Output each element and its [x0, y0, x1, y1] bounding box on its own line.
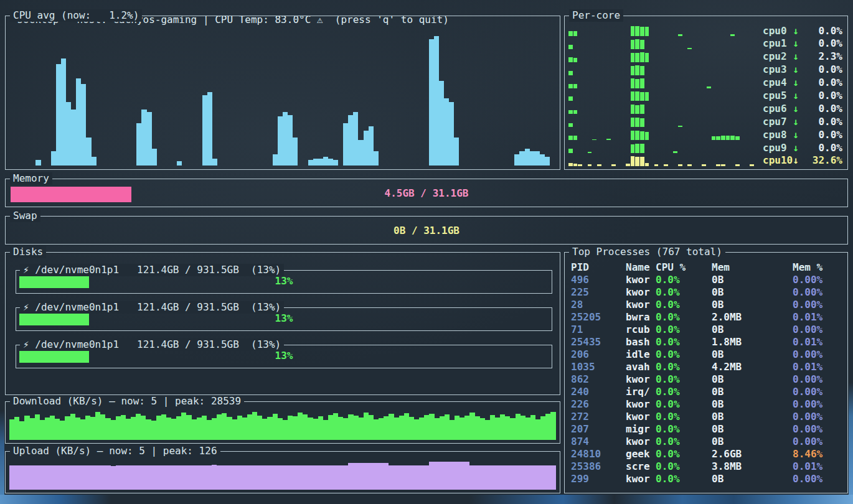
proc-cell-pid: 226 — [571, 398, 626, 411]
wallpaper-strip-bottom — [0, 495, 853, 504]
core-row-cpu0: cpu0↓0.0% — [568, 25, 842, 37]
core-row-cpu8: cpu8↓0.0% — [568, 129, 842, 141]
chart-bar — [156, 416, 161, 440]
chart-bar — [535, 419, 540, 440]
chart-bar — [414, 465, 419, 490]
chart-bar — [308, 160, 313, 166]
chart-bar — [678, 34, 682, 36]
core-name: cpu0 — [763, 25, 793, 37]
chart-bar — [730, 136, 735, 140]
chart-bar — [338, 465, 343, 490]
trend-down-icon: ↓ — [793, 77, 799, 89]
core-label-cpu0: cpu0↓0.0% — [763, 25, 842, 37]
chart-bar — [50, 465, 55, 490]
chart-bar — [530, 465, 535, 490]
chart-bar — [404, 413, 409, 440]
chart-bar — [121, 465, 126, 490]
chart-bar — [434, 36, 439, 166]
chart-bar — [429, 462, 434, 490]
flash-icon: ⚡ — [23, 301, 35, 313]
core-row-cpu3: cpu3↓0.0% — [568, 64, 842, 76]
proc-cell-name: bwra — [626, 311, 656, 324]
chart-bar — [475, 416, 480, 440]
chart-bar — [573, 110, 578, 114]
chart-bar — [495, 465, 500, 490]
trend-down-icon: ↓ — [793, 116, 799, 128]
chart-bar — [550, 465, 555, 490]
chart-bar — [237, 465, 242, 490]
chart-bar — [485, 465, 490, 490]
proc-cell-pid: 207 — [571, 423, 626, 436]
chart-bar — [540, 465, 545, 490]
proc-cell-mem: 0B — [712, 386, 793, 398]
chart-bar — [35, 160, 40, 166]
proc-cell-mempct: 8.46% — [793, 448, 844, 460]
chart-bar — [640, 78, 644, 88]
chart-bar — [333, 160, 338, 166]
cpu-avg-chart — [11, 25, 555, 166]
proc-cell-name: avah — [626, 361, 656, 373]
chart-bar — [631, 131, 635, 140]
chart-bar — [354, 416, 359, 440]
wallpaper-strip-left — [0, 411, 4, 495]
chart-bar — [283, 420, 288, 440]
chart-bar — [100, 465, 105, 490]
chart-bar — [530, 415, 535, 440]
chart-bar — [242, 418, 247, 440]
disk-entry: ⚡ /dev/nvme0n1p1 121.4GB / 931.5GB (13%)… — [16, 307, 552, 331]
proc-cell-cpu: 0.0% — [656, 460, 712, 473]
chart-bar — [50, 416, 55, 440]
chart-bar — [85, 416, 90, 440]
chart-bar — [131, 417, 136, 440]
chart-bar — [100, 414, 105, 440]
chart-bar — [404, 465, 409, 490]
chart-bar — [80, 419, 85, 440]
chart-bar — [152, 149, 157, 166]
chart-bar — [568, 136, 573, 140]
chart-bar — [217, 465, 222, 490]
chart-bar — [540, 154, 545, 166]
cpu-avg-panel: CPU avg (now: 1.2%) — [5, 16, 560, 170]
chart-bar — [40, 465, 45, 490]
core-name: cpu9 — [763, 142, 793, 154]
chart-bar — [192, 465, 197, 490]
chart-bar — [568, 149, 573, 153]
chart-bar — [384, 463, 389, 490]
upload-title: Upload (KB/s) — now: 5 | peak: 126 — [10, 445, 220, 457]
chart-bar — [459, 418, 464, 440]
proc-cell-mempct: 0.00% — [793, 274, 844, 286]
chart-bar — [525, 149, 530, 166]
proc-cell-pid: 240 — [571, 386, 626, 398]
chart-bar — [267, 465, 272, 490]
chart-bar — [568, 71, 573, 75]
chart-bar — [687, 48, 692, 49]
proc-cell-pid: 24810 — [571, 448, 626, 460]
chart-bar — [181, 413, 186, 440]
chart-bar — [359, 463, 364, 490]
proc-cell-mem: 0B — [712, 286, 793, 299]
chart-bar — [379, 418, 384, 440]
per-core-rows: cpu0↓0.0%cpu1↓0.0%cpu2↓2.3%cpu3↓0.0%cpu4… — [568, 25, 842, 167]
chart-bar — [354, 463, 359, 490]
chart-bar — [257, 416, 262, 440]
chart-bar — [136, 465, 141, 490]
chart-bar — [545, 414, 550, 440]
chart-bar — [126, 465, 131, 490]
chart-bar — [90, 417, 95, 440]
proc-cell-name: kwor — [626, 274, 656, 286]
chart-bar — [374, 463, 379, 490]
chart-bar — [573, 136, 578, 140]
chart-bar — [445, 462, 450, 490]
chart-bar — [640, 131, 644, 140]
chart-bar — [480, 465, 485, 490]
chart-bar — [333, 465, 338, 490]
chart-bar — [516, 465, 521, 490]
chart-bar — [445, 414, 450, 440]
chart-bar — [217, 414, 222, 440]
core-spark-cpu10 — [568, 156, 759, 166]
chart-bar — [51, 151, 56, 166]
core-row-cpu6: cpu6↓0.0% — [568, 103, 842, 114]
chart-bar — [721, 136, 725, 140]
proc-cell-mempct: 0.00% — [793, 436, 844, 448]
chart-bar — [568, 84, 573, 88]
